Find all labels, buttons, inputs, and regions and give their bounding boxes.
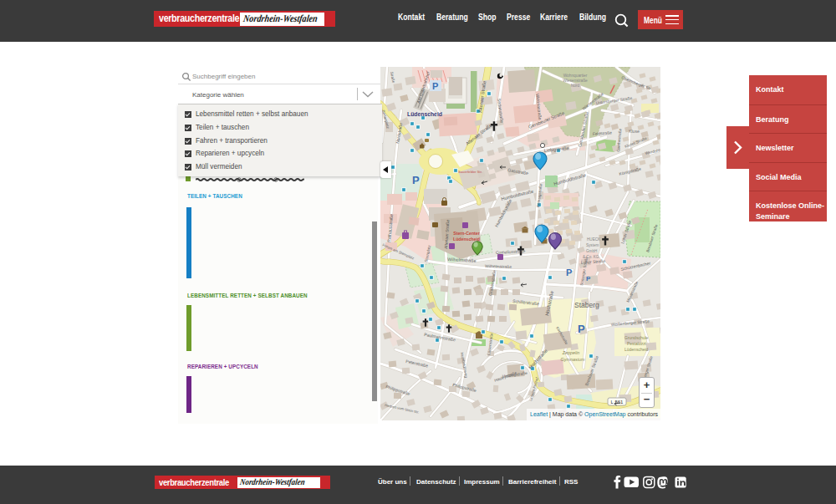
svg-text:HUECK: HUECK bbox=[587, 237, 601, 242]
svg-text:Pestalozzi: Pestalozzi bbox=[627, 341, 646, 346]
svg-text:P: P bbox=[412, 174, 420, 186]
svg-text:Lüdenscheid: Lüdenscheid bbox=[624, 347, 649, 352]
svg-text:Wilhelmstraße: Wilhelmstraße bbox=[485, 263, 512, 269]
svg-text:Wohnquartier: Wohnquartier bbox=[563, 74, 588, 78]
svg-text:Staberg: Staberg bbox=[574, 301, 599, 309]
svg-text:GmbH: GmbH bbox=[586, 249, 597, 253]
svg-text:P: P bbox=[578, 323, 585, 335]
svg-text:Stern-Center: Stern-Center bbox=[453, 231, 479, 236]
svg-text:Sauerfelder Str.: Sauerfelder Str. bbox=[458, 170, 482, 174]
svg-text:L 561: L 561 bbox=[611, 400, 624, 405]
svg-text:Grundschule: Grundschule bbox=[624, 335, 649, 340]
svg-text:Gymnasium: Gymnasium bbox=[561, 357, 585, 362]
svg-text:Kluse: Kluse bbox=[629, 129, 640, 134]
svg-text:Wiesenstraße: Wiesenstraße bbox=[563, 79, 588, 83]
svg-text:Zeppelin: Zeppelin bbox=[562, 350, 580, 355]
svg-text:Lüdenscheid: Lüdenscheid bbox=[407, 111, 442, 117]
svg-text:System: System bbox=[586, 243, 599, 247]
svg-text:Lüdenscheid: Lüdenscheid bbox=[453, 237, 480, 242]
svg-text:Nord: Nord bbox=[571, 84, 580, 88]
svg-text:P: P bbox=[432, 81, 438, 91]
svg-text:P: P bbox=[566, 267, 572, 277]
svg-text:P: P bbox=[586, 275, 591, 283]
